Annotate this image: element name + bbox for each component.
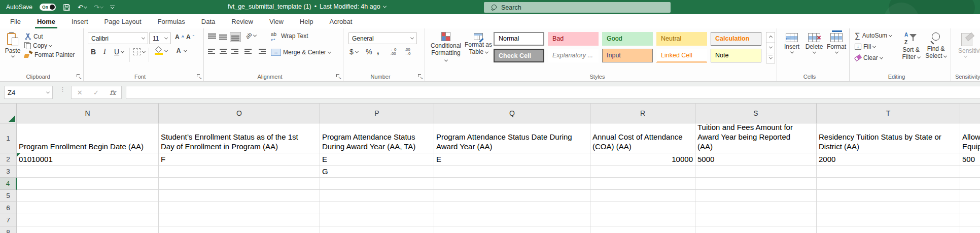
cell-N2[interactable]: 01010001 — [17, 153, 159, 165]
formula-input[interactable] — [126, 86, 980, 99]
clear-button[interactable]: Clear — [855, 54, 883, 61]
percent-button[interactable]: % — [366, 48, 372, 56]
style-chip-bad[interactable]: Bad — [548, 32, 599, 46]
merge-center-button[interactable]: ↔ Merge & Center — [271, 49, 331, 56]
cell-S1[interactable]: Tuition and Fees Amount forAward Year be… — [695, 123, 817, 153]
column-header-P[interactable]: P — [320, 104, 434, 123]
autosave-toggle[interactable]: On — [40, 4, 56, 11]
cell-S4[interactable] — [695, 178, 817, 190]
cell-R6[interactable] — [590, 202, 695, 214]
style-chip-check-cell[interactable]: Check Cell — [494, 49, 544, 62]
cell-O8[interactable] — [159, 226, 320, 233]
font-family-select[interactable]: Calibri — [88, 32, 148, 44]
row-header-7[interactable]: 7 — [0, 214, 17, 226]
name-box[interactable]: Z4 — [4, 86, 53, 99]
tab-acrobat[interactable]: Acrobat — [322, 14, 361, 28]
style-chip-input[interactable]: Input — [602, 49, 653, 62]
cell-N3[interactable] — [17, 165, 159, 178]
delete-cells-button[interactable]: × Delete — [804, 33, 824, 54]
cell-R1[interactable]: Annual Cost of Attendance(COA) (AA) — [590, 123, 695, 153]
cell-R8[interactable] — [590, 226, 695, 233]
cell-Q8[interactable] — [434, 226, 590, 233]
gallery-scroll-up[interactable] — [766, 32, 775, 43]
cell-S6[interactable] — [695, 202, 817, 214]
tab-help[interactable]: Help — [292, 14, 322, 28]
clipboard-dialog-launcher[interactable] — [77, 74, 82, 79]
cell-Q4[interactable] — [434, 178, 590, 190]
autosum-button[interactable]: ∑ AutoSum — [855, 32, 892, 39]
format-painter-button[interactable]: Format Painter — [24, 51, 75, 58]
cancel-icon[interactable]: ✕ — [77, 89, 83, 96]
cell-U4[interactable] — [960, 178, 980, 190]
tab-insert[interactable]: Insert — [63, 14, 96, 28]
cell-P4[interactable] — [320, 178, 434, 190]
row-header-5[interactable]: 5 — [0, 190, 17, 202]
cell-T2[interactable]: 2000 — [817, 153, 960, 165]
cell-O2[interactable]: F — [159, 153, 320, 165]
decrease-decimal-button[interactable]: .00→0 — [404, 48, 410, 56]
cell-O1[interactable]: Student’s Enrollment Status as of the 1s… — [159, 123, 320, 153]
cell-O3[interactable] — [159, 165, 320, 178]
cell-N8[interactable] — [17, 226, 159, 233]
cell-R4[interactable] — [590, 178, 695, 190]
cell-Q3[interactable] — [434, 165, 590, 178]
cell-P8[interactable] — [320, 226, 434, 233]
customize-qat-button[interactable] — [110, 6, 115, 9]
align-middle-button[interactable] — [219, 34, 227, 41]
conditional-formatting-button[interactable]: Conditional Formatting — [430, 32, 462, 63]
wrap-text-button[interactable]: ab↩ Wrap Text — [271, 32, 308, 40]
currency-button[interactable]: $ — [349, 48, 358, 56]
style-chip-note[interactable]: Note — [711, 49, 761, 62]
orientation-button[interactable]: ab — [246, 32, 256, 39]
style-chip-explanatory-[interactable]: Explanatory ... — [548, 49, 599, 62]
cell-S5[interactable] — [695, 190, 817, 202]
align-center-button[interactable] — [219, 49, 227, 56]
font-color-button[interactable]: A — [175, 47, 187, 54]
cell-R2[interactable]: 10000 — [590, 153, 695, 165]
cell-Q5[interactable] — [434, 190, 590, 202]
save-button[interactable] — [63, 4, 71, 11]
gallery-scroll-down[interactable] — [766, 43, 775, 53]
format-cells-button[interactable]: Format — [826, 33, 847, 54]
format-as-table-button[interactable]: Format as Table — [465, 32, 492, 55]
cell-U2[interactable]: 500 — [960, 153, 980, 165]
column-header-T[interactable]: T — [817, 104, 960, 123]
cell-N4[interactable] — [17, 178, 159, 190]
cell-Q1[interactable]: Program Attendance Status Date DuringAwa… — [434, 123, 590, 153]
font-dialog-launcher[interactable] — [197, 74, 202, 79]
cell-U3[interactable] — [960, 165, 980, 178]
cut-button[interactable]: Cut — [24, 33, 43, 40]
borders-button[interactable] — [133, 48, 145, 55]
cell-P2[interactable]: E — [320, 153, 434, 165]
style-chip-calculation[interactable]: Calculation — [711, 32, 761, 46]
cell-N6[interactable] — [17, 202, 159, 214]
align-top-button[interactable] — [208, 34, 216, 41]
decrease-font-button[interactable]: Aˇ — [186, 34, 194, 41]
cell-S8[interactable] — [695, 226, 817, 233]
cell-S3[interactable] — [695, 165, 817, 178]
column-header-Q[interactable]: Q — [434, 104, 590, 123]
decrease-indent-button[interactable] — [244, 49, 253, 56]
cell-T7[interactable] — [817, 214, 960, 226]
cell-T4[interactable] — [817, 178, 960, 190]
align-right-button[interactable] — [230, 49, 238, 56]
increase-font-button[interactable]: A^ — [175, 34, 184, 41]
cell-Q7[interactable] — [434, 214, 590, 226]
cell-T5[interactable] — [817, 190, 960, 202]
cell-P1[interactable]: Program Attendance StatusDuring Award Ye… — [320, 123, 434, 153]
cell-N7[interactable] — [17, 214, 159, 226]
cell-T1[interactable]: Residency Tuition Status by State orDist… — [817, 123, 960, 153]
tab-file[interactable]: File — [2, 14, 29, 28]
column-header-O[interactable]: O — [159, 104, 320, 123]
number-format-select[interactable]: General — [348, 32, 417, 44]
cell-N5[interactable] — [17, 190, 159, 202]
tab-view[interactable]: View — [261, 14, 292, 28]
tab-data[interactable]: Data — [193, 14, 223, 28]
row-header-3[interactable]: 3 — [0, 165, 17, 178]
alignment-dialog-launcher[interactable] — [336, 74, 341, 79]
cell-Q2[interactable]: E — [434, 153, 590, 165]
row-header-8[interactable]: 8 — [0, 226, 17, 233]
increase-indent-button[interactable] — [258, 49, 266, 56]
copy-button[interactable]: Copy — [24, 42, 52, 49]
column-header-N[interactable]: N — [17, 104, 159, 123]
